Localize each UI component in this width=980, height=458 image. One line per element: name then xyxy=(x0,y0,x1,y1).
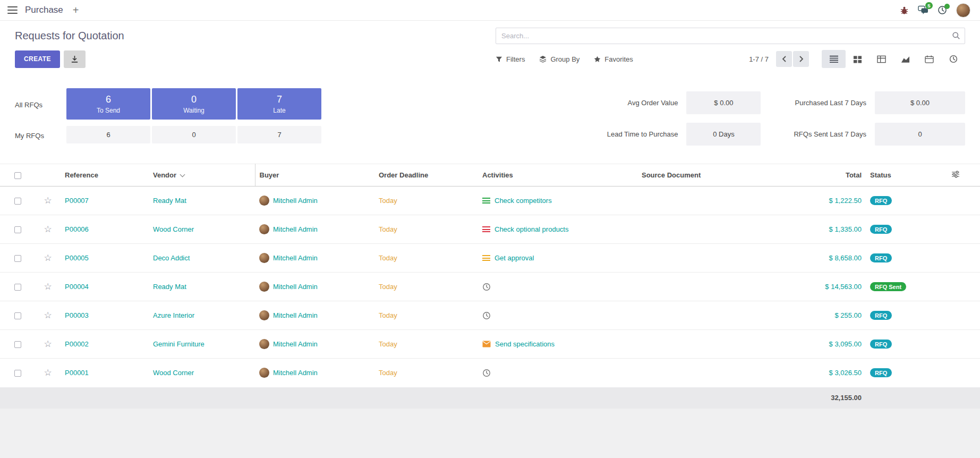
row-checkbox[interactable] xyxy=(14,226,21,233)
vendor-link[interactable]: Wood Corner xyxy=(153,225,194,233)
filters-button[interactable]: Filters xyxy=(496,55,525,63)
vendor-link[interactable]: Wood Corner xyxy=(153,369,194,377)
reference-link[interactable]: P00007 xyxy=(65,197,89,205)
reference-link[interactable]: P00002 xyxy=(65,340,89,348)
favorite-star-icon[interactable]: ☆ xyxy=(44,339,52,349)
favorite-star-icon[interactable]: ☆ xyxy=(44,310,52,320)
activity-list-icon[interactable] xyxy=(482,198,490,204)
column-header-buyer[interactable]: Buyer xyxy=(255,164,374,186)
column-header-source-document[interactable]: Source Document xyxy=(637,164,786,186)
favorite-star-icon[interactable]: ☆ xyxy=(44,253,52,263)
column-header-total[interactable]: Total xyxy=(786,164,866,186)
tile-to-send[interactable]: 6 To Send xyxy=(66,88,150,120)
purchase-app-screen: Purchase + 5 xyxy=(0,0,980,458)
activities-count-badge xyxy=(944,4,950,9)
row-checkbox[interactable] xyxy=(14,284,21,291)
reference-link[interactable]: P00005 xyxy=(65,254,89,262)
row-checkbox[interactable] xyxy=(14,312,21,319)
row-checkbox[interactable] xyxy=(14,370,21,377)
order-deadline: Today xyxy=(379,197,397,205)
tile-my-waiting[interactable]: 0 xyxy=(152,126,236,143)
activity-clock-icon[interactable] xyxy=(482,369,491,377)
column-header-activities[interactable]: Activities xyxy=(478,164,637,186)
reference-link[interactable]: P00004 xyxy=(65,283,89,291)
funnel-icon xyxy=(496,56,502,63)
vendor-link[interactable]: Azure Interior xyxy=(153,311,194,319)
column-header-vendor[interactable]: Vendor xyxy=(149,164,255,186)
select-all-checkbox[interactable] xyxy=(14,172,21,179)
table-row[interactable]: ☆ P00003 Azure Interior Mitchell Admin T… xyxy=(0,301,980,330)
debug-bug-icon[interactable] xyxy=(900,6,909,15)
tile-late[interactable]: 7 Late xyxy=(237,88,321,120)
buyer-avatar xyxy=(259,339,269,349)
user-avatar[interactable] xyxy=(956,3,970,18)
buyer-link[interactable]: Mitchell Admin xyxy=(273,369,318,377)
vendor-link[interactable]: Ready Mat xyxy=(153,283,186,291)
activity-link[interactable]: Get approval xyxy=(495,254,534,262)
column-header-reference[interactable]: Reference xyxy=(61,164,149,186)
list-view-icon xyxy=(829,55,839,63)
reference-link[interactable]: P00003 xyxy=(65,311,89,319)
activity-clock-icon[interactable] xyxy=(482,283,491,291)
activity-link[interactable]: Check competitors xyxy=(495,197,552,205)
group-by-button[interactable]: Group By xyxy=(539,55,580,63)
table-row[interactable]: ☆ P00002 Gemini Furniture Mitchell Admin… xyxy=(0,330,980,359)
search-input[interactable] xyxy=(496,28,965,44)
apps-menu-icon[interactable] xyxy=(7,6,18,14)
vendor-link[interactable]: Deco Addict xyxy=(153,254,190,262)
messages-icon[interactable]: 5 xyxy=(918,5,928,15)
graph-view-button[interactable] xyxy=(893,50,917,68)
tile-my-late[interactable]: 7 xyxy=(237,126,321,143)
activity-list-icon[interactable] xyxy=(482,255,490,261)
pager-previous-button[interactable] xyxy=(776,51,792,67)
reference-link[interactable]: P00001 xyxy=(65,369,89,377)
calendar-view-button[interactable] xyxy=(917,50,941,68)
activity-envelope-icon[interactable] xyxy=(482,341,491,347)
layers-icon xyxy=(539,55,547,63)
list-view-button[interactable] xyxy=(822,50,846,68)
favorite-star-icon[interactable]: ☆ xyxy=(44,224,52,234)
buyer-link[interactable]: Mitchell Admin xyxy=(273,340,318,348)
buyer-link[interactable]: Mitchell Admin xyxy=(273,311,318,319)
buyer-link[interactable]: Mitchell Admin xyxy=(273,254,318,262)
column-header-status[interactable]: Status xyxy=(866,164,922,186)
activities-clock-icon[interactable] xyxy=(938,5,947,15)
favorite-star-icon[interactable]: ☆ xyxy=(44,196,52,206)
vendor-link[interactable]: Ready Mat xyxy=(153,197,186,205)
buyer-avatar xyxy=(259,196,269,206)
column-header-order-deadline[interactable]: Order Deadline xyxy=(374,164,478,186)
activity-list-icon[interactable] xyxy=(482,226,490,233)
table-row[interactable]: ☆ P00006 Wood Corner Mitchell Admin Toda… xyxy=(0,215,980,244)
table-row[interactable]: ☆ P00001 Wood Corner Mitchell Admin Toda… xyxy=(0,359,980,387)
favorite-star-icon[interactable]: ☆ xyxy=(44,282,52,292)
pager-next-button[interactable] xyxy=(793,51,809,67)
table-row[interactable]: ☆ P00005 Deco Addict Mitchell Admin Toda… xyxy=(0,244,980,273)
app-name[interactable]: Purchase xyxy=(25,5,63,15)
row-checkbox[interactable] xyxy=(14,255,21,262)
status-badge: RFQ xyxy=(870,368,892,377)
avg-order-value: $ 0.00 xyxy=(686,91,761,114)
table-row[interactable]: ☆ P00007 Ready Mat Mitchell Admin Today … xyxy=(0,186,980,215)
buyer-link[interactable]: Mitchell Admin xyxy=(273,283,318,291)
export-button[interactable] xyxy=(64,50,86,68)
activity-link[interactable]: Check optional products xyxy=(495,225,568,233)
buyer-link[interactable]: Mitchell Admin xyxy=(273,225,318,233)
favorites-button[interactable]: Favorites xyxy=(594,55,633,63)
table-row[interactable]: ☆ P00004 Ready Mat Mitchell Admin Today … xyxy=(0,273,980,301)
pivot-view-button[interactable] xyxy=(870,50,893,68)
tile-waiting[interactable]: 0 Waiting xyxy=(152,88,236,120)
activity-clock-icon[interactable] xyxy=(482,311,491,320)
row-checkbox[interactable] xyxy=(14,341,21,348)
favorite-star-icon[interactable]: ☆ xyxy=(44,368,52,378)
activity-view-button[interactable] xyxy=(941,50,965,68)
row-checkbox[interactable] xyxy=(14,198,21,205)
vendor-link[interactable]: Gemini Furniture xyxy=(153,340,204,348)
tile-my-to-send[interactable]: 6 xyxy=(66,126,150,143)
optional-columns-icon[interactable] xyxy=(951,171,960,178)
reference-link[interactable]: P00006 xyxy=(65,225,89,233)
activity-link[interactable]: Send specifications xyxy=(495,340,555,348)
buyer-link[interactable]: Mitchell Admin xyxy=(273,197,318,205)
new-record-plus-icon[interactable]: + xyxy=(73,5,79,15)
create-button[interactable]: CREATE xyxy=(15,50,60,68)
kanban-view-button[interactable] xyxy=(846,50,870,68)
